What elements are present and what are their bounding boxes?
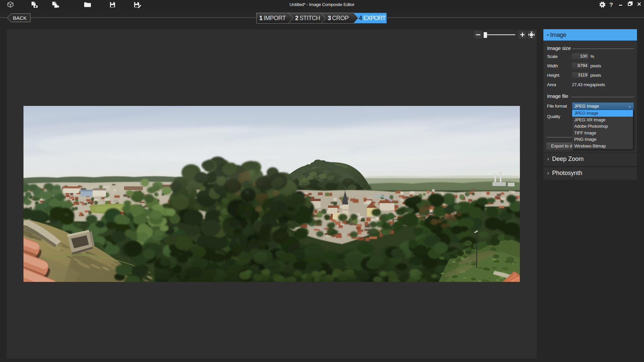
svg-text:IMPORT: IMPORT xyxy=(264,15,286,21)
svg-text:CROP: CROP xyxy=(332,15,348,21)
svg-text:BACK: BACK xyxy=(13,15,27,21)
svg-text:2: 2 xyxy=(295,15,299,21)
svg-text:1: 1 xyxy=(259,15,263,21)
svg-text:?: ? xyxy=(609,2,613,8)
svg-text:3: 3 xyxy=(328,15,331,21)
svg-text:EXPORT: EXPORT xyxy=(363,15,386,21)
svg-text:STITCH: STITCH xyxy=(300,15,320,21)
svg-text:4: 4 xyxy=(359,15,362,21)
